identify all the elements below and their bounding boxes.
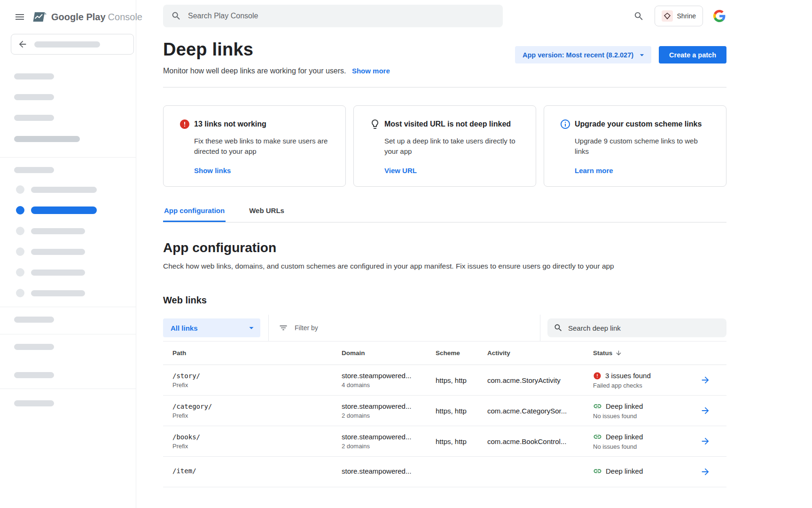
chevron-down-icon (246, 323, 257, 333)
main-content: Shrine Deep links Monito (136, 0, 812, 508)
path-value: /books/ (172, 433, 342, 441)
table-row[interactable]: /books/ Prefix store.steampowered... 2 d… (163, 426, 726, 457)
google-account-button[interactable] (712, 9, 726, 23)
sidebar-skeleton-item (14, 344, 54, 350)
deep-link-icon (593, 467, 602, 476)
deep-link-icon (593, 432, 602, 441)
domain-count: 2 domains (342, 443, 436, 450)
show-links-link[interactable]: Show links (194, 167, 231, 175)
activity-value: com.acme.CategorySor... (487, 407, 593, 415)
error-icon (179, 119, 190, 130)
links-filter-dropdown[interactable]: All links (163, 318, 260, 337)
row-detail-button[interactable] (700, 467, 726, 477)
sidebar-divider (0, 334, 136, 334)
play-console-app: Google PlayConsole (0, 0, 812, 508)
google-logo-icon (713, 10, 726, 22)
column-header-status[interactable]: Status (593, 349, 700, 357)
path-value: /category/ (172, 403, 342, 410)
global-search[interactable] (163, 5, 503, 27)
nav-item-icon (16, 227, 24, 235)
domain-value: store.steampowered... (342, 433, 436, 441)
sidebar-skeleton-item (14, 372, 54, 378)
deep-link-search[interactable] (547, 318, 726, 337)
global-search-input[interactable] (188, 12, 495, 20)
status-detail: No issues found (593, 413, 700, 420)
status-cell: Deep linked No issues found (593, 432, 700, 450)
nav-item-icon (16, 185, 24, 194)
sidebar-divider (0, 389, 136, 389)
chevron-down-icon (637, 50, 647, 60)
card-most-visited-url: Most visited URL is not deep linked Set … (353, 105, 536, 187)
card-links-not-working: 13 links not working Fix these web links… (163, 105, 346, 187)
status-value: Deep linked (606, 467, 643, 475)
status-detail: Failed app checks (593, 382, 700, 389)
sidebar-divider (0, 307, 136, 307)
arrow-forward-icon (700, 405, 710, 416)
page-title: Deep links (163, 40, 390, 60)
menu-button[interactable] (13, 10, 26, 24)
learn-more-link[interactable]: Learn more (575, 167, 613, 175)
web-links-toolbar: All links Filter by (163, 315, 726, 341)
table-row[interactable]: /item/ store.steampowered... Deep linked (163, 457, 726, 487)
sidebar-nav-item-deep-links-active[interactable] (0, 206, 136, 214)
sidebar-nav-item[interactable] (0, 227, 136, 235)
tab-app-configuration[interactable]: App configuration (163, 206, 226, 222)
sidebar-nav-item[interactable] (0, 185, 136, 194)
play-console-logo[interactable]: Google PlayConsole (33, 11, 142, 23)
row-detail-button[interactable] (700, 375, 726, 385)
toolbar-divider (268, 315, 269, 341)
app-selector-chip[interactable]: Shrine (655, 6, 703, 26)
path-value: /story/ (172, 372, 342, 380)
view-url-link[interactable]: View URL (384, 167, 417, 175)
sidebar-nav-item[interactable] (0, 289, 136, 297)
filter-by-label: Filter by (295, 324, 318, 332)
domain-count: 4 domains (342, 381, 436, 389)
sidebar-skeleton-item (14, 136, 80, 142)
card-body: Set up a deep link to take users directl… (384, 136, 523, 157)
card-body: Fix these web links to make sure users a… (194, 136, 332, 157)
filter-by-button[interactable]: Filter by (279, 323, 318, 333)
scheme-value: https, http (436, 407, 487, 415)
activity-value: com.acme.BookControl... (487, 437, 593, 445)
sidebar-skeleton-item (14, 167, 54, 173)
app-name-skeleton (34, 41, 100, 48)
nav-item-icon (16, 289, 24, 297)
path-match-type: Prefix (172, 443, 342, 450)
section-description: Check how web links, domains, and custom… (163, 262, 726, 270)
sidebar-nav-item[interactable] (0, 247, 136, 256)
path-match-type: Prefix (172, 412, 342, 419)
insight-cards: 13 links not working Fix these web links… (163, 105, 726, 187)
activity-value: com.acme.StoryActivity (487, 376, 593, 384)
status-value: Deep linked (606, 433, 643, 441)
table-row[interactable]: /story/ Prefix store.steampowered... 4 d… (163, 365, 726, 396)
status-detail: No issues found (593, 443, 700, 450)
back-to-apps-button[interactable] (11, 34, 134, 55)
header-divider (163, 87, 726, 87)
deep-link-search-input[interactable] (568, 324, 720, 332)
sidebar-skeleton-item (14, 73, 54, 79)
create-patch-button[interactable]: Create a patch (659, 46, 726, 64)
sidebar-nav-item[interactable] (0, 268, 136, 277)
row-detail-button[interactable] (700, 436, 726, 446)
sidebar-skeleton-item (14, 94, 54, 100)
toolbar-divider (540, 315, 540, 341)
secondary-search-button[interactable] (632, 10, 645, 23)
table-row[interactable]: /category/ Prefix store.steampowered... … (163, 396, 726, 426)
domain-value: store.steampowered... (342, 402, 436, 410)
info-icon (560, 119, 571, 130)
app-selector-label: Shrine (677, 12, 696, 20)
links-filter-value: All links (171, 324, 198, 332)
status-cell: 3 issues found Failed app checks (593, 372, 700, 389)
show-more-link[interactable]: Show more (352, 67, 390, 75)
sort-descending-icon (615, 349, 622, 357)
row-detail-button[interactable] (700, 405, 726, 416)
filter-icon (279, 323, 288, 333)
shrine-app-icon (662, 10, 673, 22)
tab-web-urls[interactable]: Web URLs (248, 206, 285, 222)
column-header-domain: Domain (342, 349, 436, 357)
scheme-value: https, http (436, 376, 487, 384)
path-value: /item/ (172, 467, 342, 475)
app-version-dropdown[interactable]: App version: Most recent (8.2.027) (515, 46, 651, 64)
web-links-table: Path Domain Scheme Activity Status /stor… (163, 341, 726, 487)
arrow-forward-icon (700, 375, 710, 385)
